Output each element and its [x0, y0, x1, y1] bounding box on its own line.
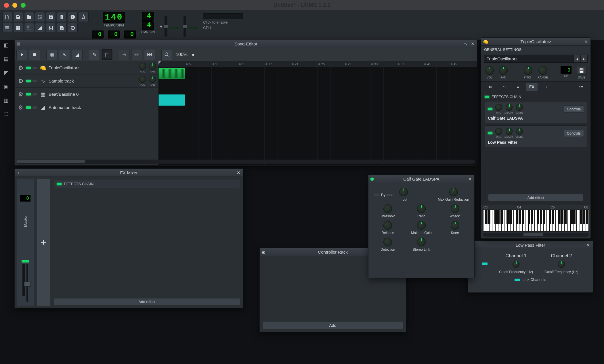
fx-item-calf-gate[interactable]: W/D DECAY GATE Controls Calf Gate LADSPA	[485, 101, 587, 123]
stop-button[interactable]	[29, 49, 40, 60]
track-header-sample[interactable]: ⚙ ∿ Sample track VOLPAN	[15, 74, 158, 88]
knee-knob[interactable]	[451, 221, 459, 230]
song-editor-scrollbar[interactable]	[16, 160, 475, 164]
controls-button[interactable]: Controls	[564, 106, 584, 113]
song-editor-titlebar[interactable]: ▤ Song-Editor ⤡ ✕	[15, 40, 477, 48]
lpf-bypass-led[interactable]	[482, 263, 488, 265]
stereo-link-knob[interactable]	[417, 238, 426, 246]
back-to-start-button[interactable]: ⏭	[131, 49, 142, 60]
song-editor-button[interactable]	[2, 23, 12, 33]
automation-editor-button[interactable]	[35, 23, 45, 33]
fx-enable-led[interactable]	[488, 132, 492, 134]
tracks-grid[interactable]	[158, 67, 477, 165]
instr-range-knob[interactable]	[538, 66, 547, 75]
instrument-name-field[interactable]: TripleOscillatorz ◂▸	[484, 55, 588, 63]
timesig-den[interactable]: 4	[142, 21, 154, 30]
instr-vol-knob[interactable]	[485, 66, 494, 75]
add-sample-track-button[interactable]: ∿	[59, 49, 70, 60]
decay-knob[interactable]	[506, 104, 513, 111]
zoom-value[interactable]: 100%	[176, 52, 188, 57]
scrollbar-thumb[interactable]	[16, 160, 85, 163]
attack-knob[interactable]	[451, 204, 459, 213]
ratio-knob[interactable]	[417, 204, 426, 213]
zoom-button[interactable]	[161, 49, 172, 60]
lpf-ch1-cutoff-knob[interactable]	[513, 261, 519, 268]
mute-led[interactable]	[26, 106, 31, 109]
rail-instruments-icon[interactable]: ◧	[2, 41, 10, 49]
instr-fx-channel[interactable]: 0	[561, 66, 571, 74]
fx-mixer-button[interactable]	[46, 23, 56, 33]
bb-clip[interactable]	[158, 94, 185, 106]
add-bb-track-button[interactable]: ▦	[46, 49, 57, 60]
tab-more[interactable]: •••	[576, 83, 587, 91]
track-header-tripleoscillator[interactable]: ⚙ 🍋 TripleOscillatorz VOLPAN	[15, 61, 158, 74]
piano-roll-button[interactable]	[24, 23, 34, 33]
track-header-automation[interactable]: ⚙ ◢ Automation track	[15, 101, 158, 114]
master-pitch-fader[interactable]	[184, 16, 186, 37]
track-vol-knob[interactable]	[139, 63, 146, 70]
rail-samples-icon[interactable]: ▤	[2, 55, 10, 63]
fx-chain-header[interactable]: EFFECTS CHAIN	[54, 180, 240, 188]
mute-led[interactable]	[26, 80, 31, 82]
master-volume-fader[interactable]	[165, 16, 167, 37]
gear-icon[interactable]: ⚙	[17, 64, 24, 72]
scrollbar-thumb[interactable]	[523, 233, 543, 236]
cpu-meter[interactable]	[203, 13, 243, 19]
auto-limit-icon[interactable]: ▾	[160, 24, 162, 29]
song-editor-close[interactable]: ✕	[470, 41, 475, 47]
instrument-close[interactable]: ✕	[583, 39, 589, 45]
midi-clip[interactable]	[158, 68, 185, 79]
controller-add-button[interactable]: Add	[263, 322, 403, 329]
lpf-close[interactable]: ✕	[585, 242, 591, 248]
gear-icon[interactable]: ⚙	[17, 77, 24, 85]
instr-pitch-knob[interactable]	[524, 66, 532, 75]
track-pan-knob[interactable]	[149, 63, 156, 70]
lpf-titlebar[interactable]: ⬢ Low Pass Filter ✕	[468, 241, 593, 249]
next-preset-button[interactable]: ▸	[580, 55, 587, 62]
rewind-button[interactable]: ⏮	[144, 49, 155, 60]
tab-midi[interactable]: ⎍	[540, 83, 551, 91]
fx-mixer-close[interactable]: ✕	[236, 170, 241, 176]
timesig-num[interactable]: 4	[142, 12, 154, 21]
rail-presets-icon[interactable]: ◩	[2, 68, 10, 77]
channel-fader[interactable]	[26, 264, 28, 302]
mixer-add-effect-button[interactable]: Add effect	[54, 298, 240, 305]
open-project-button[interactable]	[24, 12, 34, 22]
solo-led[interactable]	[33, 67, 37, 69]
mute-led[interactable]	[26, 67, 31, 69]
new-project-button[interactable]	[2, 12, 12, 22]
song-editor-maximize[interactable]: ⤡	[463, 41, 469, 47]
tempo-display[interactable]: 140	[103, 12, 125, 23]
whats-this-button[interactable]: i	[68, 12, 78, 22]
rail-projects-icon[interactable]: ▥	[2, 96, 10, 105]
solo-led[interactable]	[33, 80, 37, 82]
new-from-template-button[interactable]	[13, 12, 23, 22]
save-project-button[interactable]	[46, 12, 56, 22]
fx-item-low-pass[interactable]: W/D DECAY GATE Controls Low Pass Filter	[485, 125, 587, 147]
gear-icon[interactable]: ⚙	[17, 104, 24, 111]
fx-channel-master[interactable]: 0 Master	[17, 179, 34, 306]
timeline[interactable]: 5913172125293337414549	[158, 61, 477, 67]
bypass-toggle[interactable]: Bypass	[374, 193, 393, 197]
controls-button[interactable]: Controls	[564, 130, 584, 137]
draw-mode-button[interactable]: ✎	[89, 49, 100, 60]
piano-scrollbar[interactable]	[483, 233, 589, 237]
recent-projects-button[interactable]	[35, 12, 45, 22]
track-vol-knob[interactable]	[139, 76, 146, 83]
fx-enable-led[interactable]	[488, 108, 492, 110]
calf-gate-close[interactable]: ✕	[467, 176, 473, 182]
release-knob[interactable]	[383, 221, 392, 230]
add-automation-track-button[interactable]: ◢	[72, 49, 83, 60]
fx-chain-led[interactable]	[485, 96, 489, 98]
threshold-knob[interactable]	[383, 204, 392, 213]
mute-led[interactable]	[26, 93, 31, 95]
project-notes-button[interactable]	[57, 23, 67, 33]
zoom-dropdown[interactable]: ◂	[189, 49, 196, 60]
rail-home-icon[interactable]: ▣	[2, 82, 10, 91]
fx-chain-led[interactable]	[57, 183, 62, 185]
play-button[interactable]	[16, 49, 27, 60]
gate-knob[interactable]	[516, 128, 523, 135]
export-project-button[interactable]	[57, 12, 67, 22]
gate-knob[interactable]	[516, 104, 523, 111]
solo-led[interactable]	[33, 93, 37, 95]
